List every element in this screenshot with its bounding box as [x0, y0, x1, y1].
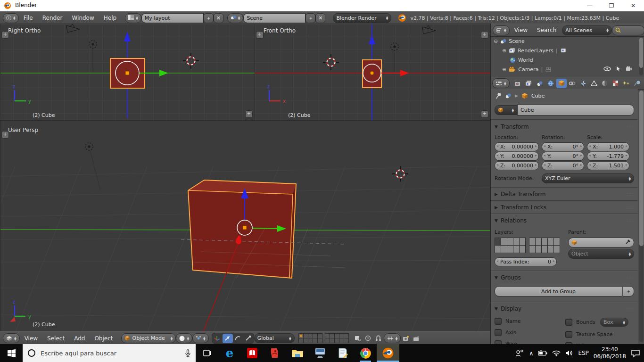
- outliner-row-world[interactable]: World: [491, 55, 639, 65]
- visibility-eye-icon[interactable]: [603, 66, 611, 73]
- display-axis-option[interactable]: Axis: [495, 329, 565, 336]
- expand-icon[interactable]: ⊕: [502, 66, 506, 73]
- pass-index-field[interactable]: ◂Pass Index:0▸: [495, 257, 557, 266]
- outliner-row-renderlayers[interactable]: ⊕ RenderLayers |: [491, 46, 639, 55]
- mode-dropdown[interactable]: Object Mode▲▼: [121, 333, 176, 343]
- taskbar-remote-desktop-icon[interactable]: [309, 344, 331, 362]
- microphone-icon[interactable]: [185, 349, 191, 357]
- scrollbar-thumb[interactable]: [639, 90, 644, 246]
- people-icon[interactable]: [515, 349, 524, 357]
- menu-object[interactable]: Object: [90, 335, 117, 342]
- display-name-option[interactable]: Name: [495, 318, 565, 325]
- taskbar-chrome-icon[interactable]: [354, 344, 377, 362]
- rotation-mode-dropdown[interactable]: XYZ Euler▲▼: [542, 173, 634, 183]
- location-x-field[interactable]: ◂X:0.00000▸: [495, 142, 539, 151]
- rotation-y-field[interactable]: ◂Y:0°▸: [542, 152, 584, 161]
- language-indicator[interactable]: ESP: [578, 350, 588, 356]
- taskbar-file-explorer-icon[interactable]: [286, 344, 309, 362]
- delete-layout-button[interactable]: ✕: [214, 13, 223, 23]
- parent-field[interactable]: [568, 238, 634, 247]
- bounds-type-dropdown[interactable]: Box▲▼: [600, 318, 628, 327]
- maximize-button[interactable]: ❐: [601, 0, 622, 11]
- tab-scene[interactable]: [535, 79, 545, 88]
- add-scene-button[interactable]: ＋: [305, 13, 315, 23]
- lamp-object-icon[interactable]: [89, 41, 97, 71]
- viewport-user-persp[interactable]: z y User Persp (2) Cube +: [0, 120, 491, 332]
- panel-relations-header[interactable]: ▼ Relations::::: [495, 216, 634, 225]
- pin-icon[interactable]: [495, 92, 502, 99]
- taskbar-search-box[interactable]: Escribe aquí para buscar: [23, 344, 196, 362]
- location-z-field[interactable]: ◂Z:0.00000▸: [495, 161, 539, 170]
- taskbar-red-reader-app-icon[interactable]: [264, 344, 286, 362]
- menu-view[interactable]: View: [20, 335, 42, 342]
- tab-material[interactable]: [600, 79, 610, 88]
- task-view-button[interactable]: [196, 344, 218, 362]
- rotation-z-field[interactable]: ◂Z:0°▸: [542, 161, 584, 170]
- checkbox[interactable]: [565, 319, 572, 326]
- checkbox[interactable]: [565, 331, 572, 338]
- taskbar-notepad-icon[interactable]: [331, 344, 354, 362]
- region-plus-tab[interactable]: +: [256, 31, 264, 39]
- tray-expand-chevron[interactable]: ∧: [529, 350, 534, 357]
- checkbox[interactable]: [495, 329, 502, 336]
- snap-element-dropdown[interactable]: ▲▼: [384, 333, 401, 343]
- editor-type-button[interactable]: ▲▼: [3, 333, 20, 343]
- proportional-edit-button[interactable]: [363, 334, 373, 343]
- collapse-icon[interactable]: ⊖: [494, 38, 498, 44]
- properties-scrollbar[interactable]: [639, 90, 644, 342]
- panel-drag-handle[interactable]: ::::: [627, 275, 634, 280]
- tab-render[interactable]: [513, 79, 523, 88]
- checkbox[interactable]: [495, 318, 502, 325]
- panel-groups-header[interactable]: ▼ Groups::::: [495, 273, 634, 282]
- manipulator-rotate-button[interactable]: [233, 334, 243, 343]
- scene-icon[interactable]: [505, 93, 512, 99]
- menu-file[interactable]: File: [19, 15, 38, 21]
- tab-constraints[interactable]: [567, 79, 578, 88]
- speaker-icon[interactable]: [565, 350, 573, 356]
- lamp-object-icon[interactable]: [391, 43, 398, 71]
- orientation-dropdown[interactable]: Global▲▼: [254, 333, 295, 343]
- layers-widget[interactable]: [298, 333, 322, 343]
- id-type-button[interactable]: ▲▼: [495, 105, 517, 115]
- panel-display-header[interactable]: ▼ Display::::: [495, 304, 634, 313]
- action-center-icon[interactable]: [631, 349, 640, 357]
- lock-to-scene-button[interactable]: [353, 334, 363, 343]
- minimize-button[interactable]: —: [579, 0, 601, 11]
- panel-transform-header[interactable]: ▼ Transform ::::: [495, 122, 634, 132]
- tab-modifiers[interactable]: [578, 79, 588, 88]
- camera-object-icon[interactable]: [422, 25, 436, 34]
- selectability-cursor-icon[interactable]: [616, 66, 621, 73]
- menu-window[interactable]: Window: [67, 15, 99, 21]
- region-plus-tab[interactable]: +: [1, 31, 9, 39]
- taskbar-red-book-app-icon[interactable]: [241, 344, 264, 362]
- render-animation-button[interactable]: [411, 334, 421, 343]
- tab-physics[interactable]: [632, 79, 643, 88]
- tab-particles[interactable]: [621, 79, 632, 88]
- scenes-filter-dropdown[interactable]: All Scenes▲▼: [562, 25, 611, 35]
- snap-magnet-button[interactable]: [373, 334, 384, 343]
- taskbar-edge-icon[interactable]: e: [218, 344, 241, 362]
- eyedropper-icon[interactable]: [625, 239, 631, 246]
- scale-x-field[interactable]: ◂X:1.000▸: [587, 142, 629, 151]
- new-group-plus-button[interactable]: ＋: [623, 286, 634, 296]
- tab-data[interactable]: [589, 79, 599, 88]
- layers-widget-2[interactable]: [325, 333, 349, 343]
- menu-help[interactable]: Help: [99, 15, 121, 21]
- scene-selector-button[interactable]: ▲▼: [227, 13, 244, 23]
- manipulator-scale-button[interactable]: [243, 334, 254, 343]
- menu-view[interactable]: View: [510, 27, 532, 33]
- outliner-row-scene[interactable]: ⊖ Scene: [491, 36, 639, 46]
- add-layout-button[interactable]: ＋: [204, 13, 214, 23]
- wifi-icon[interactable]: [552, 350, 561, 356]
- viewport-front-ortho[interactable]: z x Front Ortho (2) Cube + + +: [255, 24, 491, 121]
- region-plus-tab[interactable]: +: [481, 31, 488, 39]
- taskbar-blender-icon[interactable]: [377, 344, 399, 362]
- close-button[interactable]: ✕: [622, 0, 644, 11]
- tab-object[interactable]: [556, 79, 567, 88]
- panel-drag-handle[interactable]: ::::: [627, 192, 634, 197]
- lamp-object-icon[interactable]: [85, 143, 100, 190]
- camera-object-icon[interactable]: [66, 24, 80, 33]
- renderability-camera-icon[interactable]: [626, 66, 633, 73]
- region-plus-tab[interactable]: +: [1, 131, 9, 139]
- layout-selector-button[interactable]: ▲▼: [125, 13, 141, 23]
